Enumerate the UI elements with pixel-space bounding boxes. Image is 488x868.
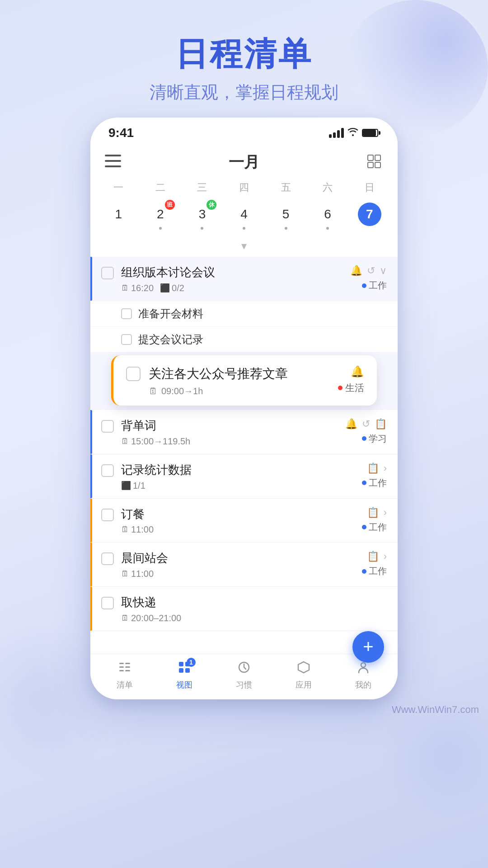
highlight-checkbox[interactable] <box>126 367 141 381</box>
svg-rect-16 <box>185 668 190 673</box>
day-header-sun: 日 <box>348 179 390 196</box>
month-title: 一月 <box>229 152 259 173</box>
arrow-action-6[interactable]: › <box>384 551 387 562</box>
arrow-action-5[interactable]: › <box>384 507 387 519</box>
time-icon-6: 🗓 <box>121 569 129 579</box>
task-title-6: 晨间站会 <box>121 551 357 566</box>
nav-item-mine[interactable]: 我的 <box>345 660 381 690</box>
svg-rect-15 <box>179 668 183 673</box>
subtask-icon-1: ⬛ <box>160 283 170 293</box>
nav-item-habit[interactable]: 习惯 <box>226 660 262 690</box>
expand-action-1[interactable]: ∨ <box>380 265 387 277</box>
task-meta-3: 🗓 15:00→119.5h <box>121 436 336 447</box>
task-checkbox-7[interactable] <box>101 597 114 609</box>
tag-dot-3 <box>362 436 366 441</box>
tag-dot-1 <box>362 283 366 288</box>
bell-action-3[interactable]: 🔔 <box>345 418 357 430</box>
task-item-highlight: 关注各大公众号推荐文章 🗓 09:00→1h 🔔 生活 <box>111 355 377 406</box>
task-checkbox-3[interactable] <box>101 420 114 433</box>
task-tag-1: 工作 <box>362 279 387 292</box>
page-subtitle: 清晰直观，掌握日程规划 <box>0 81 488 104</box>
date-3[interactable]: 3 休 <box>181 201 223 231</box>
date-1[interactable]: 1 <box>98 201 140 231</box>
status-icons <box>329 128 380 138</box>
day-header-sat: 六 <box>307 179 349 196</box>
tag-label-5: 工作 <box>369 521 387 533</box>
task-checkbox-4[interactable] <box>101 464 114 477</box>
repeat-action-3[interactable]: ↺ <box>362 418 370 430</box>
cal-action-6[interactable]: 📋 <box>367 551 379 562</box>
subtask-checkbox-1[interactable] <box>121 308 132 319</box>
nav-item-app[interactable]: 应用 <box>286 660 322 690</box>
calendar-action-3[interactable]: 📋 <box>375 418 387 430</box>
bell-action-1[interactable]: 🔔 <box>350 265 362 277</box>
badge-rest: 休 <box>206 200 216 210</box>
calendar-dates: 1 2 班 3 休 4 <box>90 199 398 237</box>
highlight-title: 关注各大公众号推荐文章 <box>149 365 333 382</box>
fab-add-button[interactable]: + <box>352 631 384 663</box>
date-5[interactable]: 5 <box>265 201 307 231</box>
menu-icon[interactable] <box>105 154 121 171</box>
highlight-tag: 生活 <box>338 382 364 394</box>
cal-action-5[interactable]: 📋 <box>367 507 379 519</box>
task-title-4: 记录统计数据 <box>121 462 357 478</box>
tag-label-3: 学习 <box>369 433 387 445</box>
task-time-3: 15:00→119.5h <box>131 436 190 447</box>
nav-item-list[interactable]: 清单 <box>107 660 143 690</box>
status-bar: 9:41 <box>90 118 398 145</box>
time-icon-5: 🗓 <box>121 525 129 534</box>
task-time-6: 11:00 <box>131 569 154 579</box>
svg-rect-12 <box>125 670 130 671</box>
page-header: 日程清单 清晰直观，掌握日程规划 <box>0 0 488 118</box>
task-checkbox-6[interactable] <box>101 552 114 565</box>
highlight-bell-icon[interactable]: 🔔 <box>351 365 364 378</box>
task-tag-4: 工作 <box>362 477 387 489</box>
task-checkbox-1[interactable] <box>101 267 114 279</box>
task-time-5: 11:00 <box>131 524 154 535</box>
nav-label-app: 应用 <box>296 679 312 690</box>
svg-rect-2 <box>105 165 121 167</box>
cal-action-4[interactable]: 📋 <box>367 462 379 474</box>
calendar-expand[interactable]: ▾ <box>90 237 398 257</box>
svg-rect-5 <box>368 162 373 168</box>
date-4[interactable]: 4 <box>223 201 265 231</box>
svg-rect-4 <box>375 155 380 160</box>
calendar-header: 一月 <box>90 145 398 177</box>
repeat-action-1[interactable]: ↺ <box>367 265 375 277</box>
nav-badge-view: 1 <box>178 660 191 677</box>
page-title: 日程清单 <box>0 36 488 72</box>
svg-rect-6 <box>375 162 380 168</box>
tag-label-4: 工作 <box>369 477 387 489</box>
nav-item-view[interactable]: 1 视图 <box>166 660 202 690</box>
subtask-icon-4: ⬛ <box>121 481 131 491</box>
subtask-2: 提交会议记录 <box>90 327 398 353</box>
svg-rect-9 <box>119 670 124 671</box>
highlight-tag-dot <box>338 386 343 390</box>
nav-label-habit: 习惯 <box>236 679 252 690</box>
task-right-5: 📋 › 工作 <box>362 507 387 533</box>
task-time-1: 16:20 <box>131 283 154 293</box>
svg-point-18 <box>361 663 366 667</box>
date-6[interactable]: 6 <box>307 201 349 231</box>
task-checkbox-5[interactable] <box>101 509 114 521</box>
task-content-4: 记录统计数据 ⬛ 1/1 <box>121 462 357 491</box>
task-meta-7: 🗓 20:00–21:00 <box>121 613 387 623</box>
grid-view-icon[interactable] <box>367 154 383 170</box>
task-actions-5: 📋 › <box>367 507 387 519</box>
arrow-action-4[interactable]: › <box>384 462 387 474</box>
task-right-4: 📋 › 工作 <box>362 462 387 489</box>
date-2[interactable]: 2 班 <box>140 201 182 231</box>
svg-rect-0 <box>105 155 121 156</box>
svg-rect-11 <box>125 666 130 668</box>
nav-list-icon <box>118 660 131 677</box>
subtask-checkbox-2[interactable] <box>121 334 132 345</box>
task-actions-3: 🔔 ↺ 📋 <box>345 418 387 430</box>
date-7-today[interactable]: 7 <box>348 201 390 231</box>
task-content-3: 背单词 🗓 15:00→119.5h <box>121 418 336 447</box>
nav-label-view: 视图 <box>176 679 192 690</box>
task-content-1: 组织版本讨论会议 🗓 16:20 ⬛ 0/2 <box>121 265 341 293</box>
svg-rect-7 <box>119 663 124 664</box>
watermark: Www.WinWin7.com <box>0 699 488 725</box>
time-icon-7: 🗓 <box>121 613 129 623</box>
nav-mine-icon <box>357 660 370 677</box>
